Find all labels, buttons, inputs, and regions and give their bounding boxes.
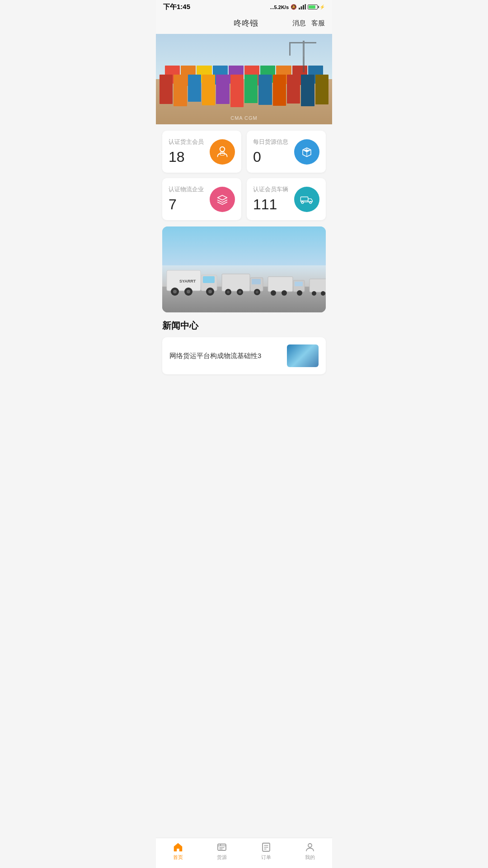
stat-label-0: 认证货主会员	[169, 138, 204, 146]
svg-point-33	[239, 291, 241, 293]
stat-value-0: 18	[169, 149, 204, 165]
svg-point-31	[227, 291, 230, 293]
stat-label-3: 认证会员车辆	[253, 185, 288, 193]
svg-rect-1	[301, 6, 302, 9]
svg-rect-27	[222, 274, 250, 291]
svg-rect-13	[300, 197, 308, 202]
stat-card-certified-logistics[interactable]: 认证物流企业 7	[162, 178, 241, 220]
app-title: 咚咚镪	[199, 18, 292, 28]
stat-value-1: 0	[253, 149, 288, 165]
stat-value-3: 111	[253, 196, 288, 213]
message-button[interactable]: 消息	[292, 19, 306, 28]
banner-overlay-text: CMA CGM	[156, 115, 332, 121]
svg-point-39	[271, 290, 276, 296]
service-button[interactable]: 客服	[311, 19, 325, 28]
news-section: 新闻中心 网络货运平台构成物流基础性3	[156, 312, 332, 382]
svg-rect-20	[203, 276, 215, 283]
stat-card-certified-vehicles[interactable]: 认证会员车辆 111	[247, 178, 326, 220]
network-speed: ...5.2K/s	[270, 5, 289, 10]
svg-point-35	[256, 291, 258, 293]
news-thumbnail-0	[287, 344, 319, 367]
charging-icon: ⚡	[319, 5, 325, 9]
stat-icon-person	[210, 139, 235, 165]
svg-rect-3	[305, 4, 306, 9]
header-actions: 消息 客服	[292, 19, 325, 28]
stat-icon-box	[294, 139, 319, 165]
trucks-banner: SYARRT	[162, 226, 326, 312]
stat-icon-layers	[210, 187, 235, 212]
svg-rect-38	[295, 282, 303, 286]
stat-label-1: 每日货源信息	[253, 138, 288, 146]
svg-point-8	[220, 146, 225, 151]
stats-grid: 认证货主会员 18 每日货源信息 0	[156, 124, 332, 226]
news-card-0[interactable]: 网络货运平台构成物流基础性3	[162, 337, 326, 374]
header: 咚咚镪 消息 客服	[156, 13, 332, 34]
stat-card-daily-cargo[interactable]: 每日货源信息 0	[247, 131, 326, 173]
svg-point-22	[173, 290, 177, 293]
svg-point-24	[187, 290, 190, 293]
status-right: ...5.2K/s 🔕 ⚡	[270, 4, 325, 10]
news-section-title: 新闻中心	[162, 320, 326, 332]
svg-rect-0	[299, 8, 300, 9]
mute-icon: 🔕	[291, 4, 297, 10]
svg-rect-6	[289, 42, 291, 56]
svg-point-45	[312, 291, 316, 296]
stat-icon-truck	[294, 187, 319, 212]
svg-rect-29	[252, 279, 261, 284]
svg-point-26	[208, 290, 212, 293]
svg-rect-42	[310, 279, 326, 292]
svg-rect-36	[268, 277, 293, 292]
svg-point-46	[321, 291, 325, 296]
battery-icon: ⚡	[308, 5, 325, 9]
svg-rect-2	[303, 5, 304, 9]
news-text-0: 网络货运平台构成物流基础性3	[169, 352, 282, 360]
stat-card-certified-shippers[interactable]: 认证货主会员 18	[162, 131, 241, 173]
svg-text:SYARRT: SYARRT	[179, 279, 196, 283]
status-time: 下午1:45	[163, 3, 190, 11]
stat-label-2: 认证物流企业	[169, 185, 204, 193]
stat-value-2: 7	[169, 196, 204, 213]
signal-icon	[299, 4, 306, 10]
svg-point-41	[297, 290, 302, 296]
svg-point-40	[282, 290, 287, 296]
status-bar: 下午1:45 ...5.2K/s 🔕 ⚡	[156, 0, 332, 13]
top-banner: CMA CGM	[156, 34, 332, 124]
svg-rect-5	[289, 42, 316, 43]
